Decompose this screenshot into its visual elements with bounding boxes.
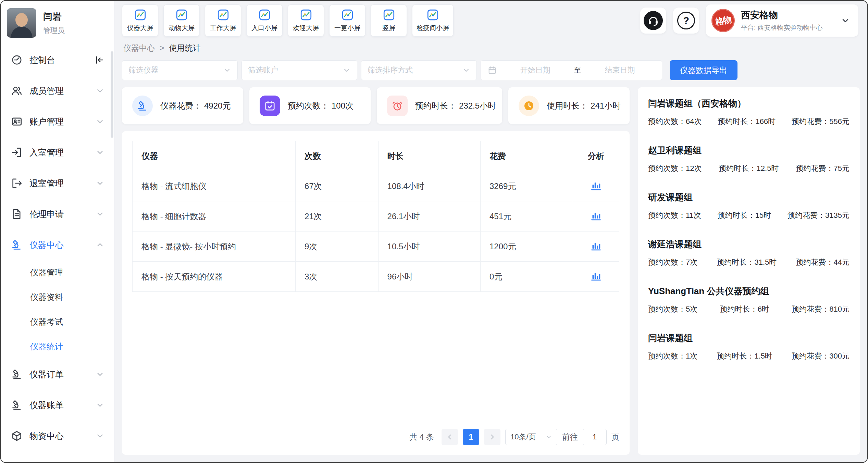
- cell-duration: 108.4小时: [378, 171, 480, 201]
- cell-analysis: [573, 171, 619, 201]
- topbar: 仪器大屏 动物大屏 工作大屏 入口小屏: [114, 1, 867, 40]
- sidebar-item-instrument-orders[interactable]: 仪器订单: [1, 359, 114, 390]
- col-header-analysis: 分析: [573, 141, 619, 171]
- screen-button[interactable]: 工作大屏: [205, 4, 241, 37]
- cell-instrument: 格物 - 按天预约的仪器: [133, 262, 296, 292]
- door-exit-icon: [11, 177, 23, 189]
- group-booking-cost: 预约花费：3135元: [788, 210, 850, 221]
- goto-page-input[interactable]: [583, 429, 607, 445]
- analysis-chart-button[interactable]: [590, 209, 602, 222]
- stat-label: 预约次数：: [288, 100, 329, 111]
- sort-filter-placeholder: 筛选排序方式: [368, 65, 413, 75]
- group-booking-count: 预约次数：11次: [648, 210, 701, 221]
- group-name: 赵卫利课题组: [648, 145, 850, 157]
- group-booking-duration: 预约时长：31.5时: [717, 257, 777, 267]
- analysis-chart-button[interactable]: [590, 239, 602, 252]
- chart-screen-icon: [258, 9, 271, 21]
- sidebar-collapse-icon[interactable]: [94, 55, 104, 65]
- screen-button[interactable]: 检疫间小屏: [412, 4, 454, 37]
- screen-button[interactable]: 入口小屏: [246, 4, 283, 37]
- sidebar-item-instrument-management[interactable]: 仪器管理: [1, 260, 114, 285]
- cell-count: 67次: [296, 171, 379, 201]
- start-date-placeholder[interactable]: 开始日期: [500, 65, 570, 75]
- screen-buttons: 仪器大屏 动物大屏 工作大屏 入口小屏: [122, 4, 454, 37]
- export-data-button[interactable]: 仪器数据导出: [670, 60, 737, 80]
- stat-value: 241小时: [591, 100, 621, 111]
- help-button[interactable]: ?: [673, 8, 699, 34]
- instrument-filter-select[interactable]: 筛选仪器: [122, 60, 238, 80]
- prev-page-button[interactable]: [442, 429, 458, 445]
- support-button[interactable]: [640, 8, 666, 34]
- analysis-chart-button[interactable]: [590, 179, 602, 191]
- account-filter-select[interactable]: 筛选账户: [241, 60, 357, 80]
- group-booking-cost: 预约花费：75元: [796, 163, 850, 174]
- chevron-down-icon: [96, 431, 104, 440]
- cell-cost: 451元: [481, 201, 573, 232]
- calendar-check-icon: [260, 96, 280, 116]
- box-icon: [11, 430, 23, 442]
- sidebar-item-console[interactable]: 控制台: [1, 45, 114, 75]
- stat-text: 预约次数：100次: [288, 100, 354, 111]
- current-page-button[interactable]: 1: [463, 429, 479, 445]
- end-date-placeholder[interactable]: 结束日期: [585, 65, 655, 75]
- chevron-down-icon: [223, 66, 231, 74]
- app-window: 闫岩 管理员 控制台 成员管理 账户管理 入室管理: [0, 0, 868, 463]
- table-row: 格物 - 细胞计数器 21次 26.1小时 451元: [133, 201, 619, 232]
- group-booking-count: 预约次数：64次: [648, 116, 702, 127]
- date-to-label: 至: [574, 65, 581, 75]
- chart-screen-icon: [341, 9, 354, 21]
- screen-button[interactable]: 欢迎大屏: [288, 4, 324, 37]
- screen-button[interactable]: 动物大屏: [163, 4, 200, 37]
- headset-icon: [644, 11, 663, 30]
- sidebar-item-supplies[interactable]: 物资中心: [1, 421, 114, 451]
- sidebar-item-instrument-materials[interactable]: 仪器资料: [1, 285, 114, 310]
- sidebar-item-accounts[interactable]: 账户管理: [1, 106, 114, 137]
- groups-panel: 闫岩课题组（西安格物） 预约次数：64次 预约时长：166时 预约花费：556元…: [638, 87, 860, 455]
- sidebar-scrollbar[interactable]: [111, 51, 113, 138]
- calendar-icon: [488, 66, 497, 75]
- breadcrumb-separator: >: [160, 43, 164, 53]
- next-page-button[interactable]: [484, 429, 500, 445]
- breadcrumb-parent[interactable]: 仪器中心: [123, 43, 155, 53]
- screen-button[interactable]: 竖屏: [371, 4, 407, 37]
- sidebar-item-instrument-stats[interactable]: 仪器统计: [1, 334, 114, 359]
- sidebar-item-room-entry[interactable]: 入室管理: [1, 137, 114, 168]
- user-profile[interactable]: 闫岩 管理员: [1, 1, 114, 42]
- breadcrumb: 仪器中心 > 使用统计: [114, 40, 867, 56]
- group-name: 闫岩课题组: [648, 332, 850, 344]
- cell-instrument: 格物 - 细胞计数器: [133, 201, 296, 232]
- group-item: 闫岩课题组（西安格物） 预约次数：64次 预约时长：166时 预约花费：556元: [648, 98, 850, 127]
- sidebar-item-instrument-exam[interactable]: 仪器考试: [1, 310, 114, 334]
- content-columns: 仪器花费：4920元 预约次数：100次 预约时长：232.5小时 使: [122, 87, 860, 455]
- sidebar-menu: 控制台 成员管理 账户管理 入室管理 退室管理: [1, 42, 114, 451]
- screen-button[interactable]: 仪器大屏: [122, 4, 158, 37]
- microscope-icon: [11, 368, 23, 380]
- group-name: 闫岩课题组（西安格物）: [648, 98, 850, 110]
- sidebar-item-instrument-bills[interactable]: 仪器账单: [1, 390, 114, 421]
- sort-filter-select[interactable]: 筛选排序方式: [361, 60, 477, 80]
- chart-screen-icon: [383, 9, 395, 21]
- org-selector[interactable]: 格物 西安格物 平台: 西安格物实验动物中心: [706, 4, 858, 37]
- question-icon: ?: [677, 12, 695, 29]
- sidebar-item-ethics[interactable]: 伦理申请: [1, 199, 114, 229]
- group-item: 谢延浩课题组 预约次数：7次 预约时长：31.5时 预约花费：44元: [648, 238, 850, 267]
- group-booking-count: 预约次数：7次: [648, 257, 697, 267]
- document-icon: [11, 208, 23, 220]
- date-range-picker[interactable]: 开始日期 至 结束日期: [481, 60, 662, 80]
- analysis-chart-button[interactable]: [590, 270, 602, 282]
- group-stats: 预约次数：11次 预约时长：15时 预约花费：3135元: [648, 210, 850, 221]
- page-size-value: 10条/页: [510, 432, 536, 442]
- chart-screen-icon: [134, 9, 147, 21]
- cell-cost: 3269元: [481, 171, 573, 201]
- sidebar-item-instrument-center[interactable]: 仪器中心: [1, 229, 114, 260]
- cell-cost: 1200元: [481, 232, 573, 262]
- group-item: 闫岩课题组 预约次数：1次 预约时长：1.5时 预约花费：300元: [648, 332, 850, 361]
- group-booking-cost: 预约花费：300元: [792, 351, 850, 361]
- instrument-center-submenu: 仪器管理 仪器资料 仪器考试 仪器统计: [1, 260, 114, 359]
- screen-button[interactable]: 一更小屏: [329, 4, 365, 37]
- chevron-down-icon: [96, 86, 104, 95]
- sidebar-item-members[interactable]: 成员管理: [1, 75, 114, 106]
- group-name: YuShangTian 公共仪器预约组: [648, 285, 850, 297]
- page-size-select[interactable]: 10条/页: [505, 429, 557, 445]
- sidebar-item-room-exit[interactable]: 退室管理: [1, 168, 114, 199]
